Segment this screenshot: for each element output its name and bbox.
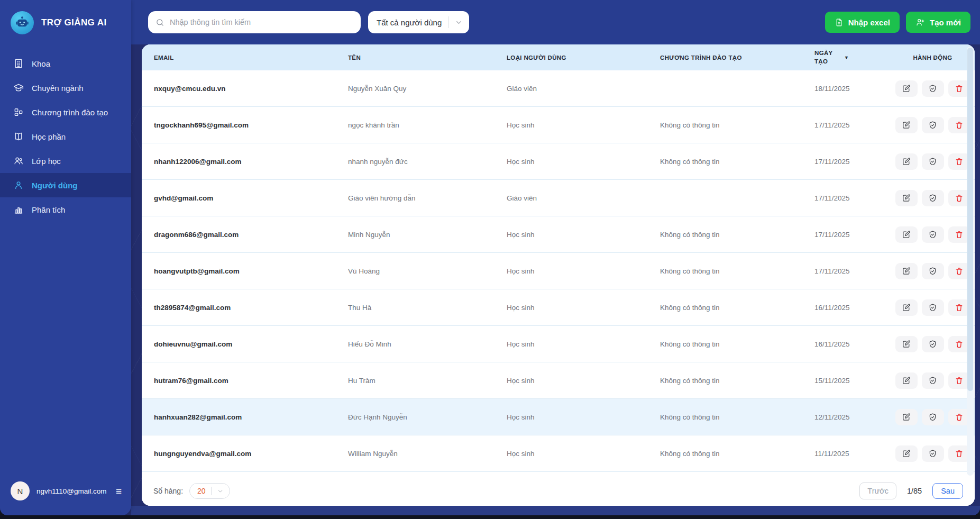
edit-icon: [902, 303, 911, 312]
sidebar-item-nguoi-dung[interactable]: Người dùng: [0, 173, 131, 197]
column-header-email[interactable]: EMAIL: [154, 54, 348, 61]
table-body: nxquy@cmcu.edu.vn Nguyễn Xuân Quy Giáo v…: [142, 70, 975, 476]
cell-email: th2895874@gmail.com: [154, 304, 348, 312]
edit-button[interactable]: [895, 263, 918, 279]
create-new-label: Tạo mới: [930, 18, 961, 27]
table-row[interactable]: hungnguyendva@gmail.com William Nguyễn H…: [142, 435, 975, 472]
cell-email: tngockhanh695@gmail.com: [154, 121, 348, 129]
cell-created: 12/11/2025: [814, 413, 894, 421]
cell-created: 11/11/2025: [814, 450, 894, 458]
cell-created: 16/11/2025: [814, 340, 894, 348]
pager: Trước 1/85 Sau: [859, 482, 963, 499]
scrollbar-thumb[interactable]: [967, 48, 973, 391]
edit-icon: [902, 194, 911, 203]
create-new-button[interactable]: Tạo mới: [906, 12, 970, 33]
table-row[interactable]: dohieuvnu@gmail.com Hiếu Đỗ Minh Học sin…: [142, 326, 975, 362]
permissions-button[interactable]: [922, 80, 944, 97]
next-page-button[interactable]: Sau: [932, 483, 963, 499]
edit-button[interactable]: [895, 153, 918, 170]
cell-name: Minh Nguyễn: [348, 231, 507, 239]
shield-check-icon: [928, 121, 937, 130]
permissions-button[interactable]: [922, 117, 944, 133]
page-size-select[interactable]: 20: [189, 483, 230, 499]
permissions-button[interactable]: [922, 190, 944, 206]
edit-button[interactable]: [895, 409, 918, 425]
page-size-value: 20: [197, 487, 206, 495]
table-row[interactable]: hoangvutptb@gmail.com Vũ Hoàng Học sinh …: [142, 253, 975, 289]
permissions-button[interactable]: [922, 409, 944, 425]
edit-button[interactable]: [895, 80, 918, 97]
table-scrollbar[interactable]: [967, 47, 974, 476]
users-icon: [13, 156, 24, 166]
permissions-button[interactable]: [922, 226, 944, 243]
sidebar-item-label: Chương trình đào tạo: [32, 108, 108, 117]
search-input[interactable]: [170, 18, 353, 26]
sidebar-item-lop-hoc[interactable]: Lớp học: [0, 149, 131, 173]
cell-name: Thu Hà: [348, 304, 507, 312]
edit-button[interactable]: [895, 117, 918, 133]
table-row[interactable]: dragonm686@gmail.com Minh Nguyễn Học sin…: [142, 216, 975, 253]
edit-button[interactable]: [895, 445, 918, 462]
permissions-button[interactable]: [922, 445, 944, 462]
cell-created: 17/11/2025: [814, 121, 894, 129]
cell-email: hanhxuan282@gmail.com: [154, 413, 348, 421]
cell-name: William Nguyễn: [348, 450, 507, 458]
program-grid-icon: [13, 107, 24, 117]
cell-name: Hu Tràm: [348, 377, 507, 385]
search-icon: [155, 18, 164, 27]
table-row[interactable]: hutram76@gmail.com Hu Tràm Học sinh Khôn…: [142, 362, 975, 399]
edit-icon: [902, 84, 911, 93]
sidebar-item-chuong-trinh-dao-tao[interactable]: Chương trình đào tạo: [0, 100, 131, 124]
permissions-button[interactable]: [922, 372, 944, 389]
toolbar-actions: Nhập excel Tạo mới: [825, 12, 970, 33]
edit-button[interactable]: [895, 226, 918, 243]
import-excel-button[interactable]: Nhập excel: [825, 12, 900, 33]
sidebar-item-phan-tich[interactable]: Phân tích: [0, 197, 131, 222]
users-table-panel: EMAIL TÊN LOẠI NGƯỜI DÙNG CHƯƠNG TRÌNH Đ…: [142, 44, 975, 506]
permissions-button[interactable]: [922, 153, 944, 170]
table-row[interactable]: th2895874@gmail.com Thu Hà Học sinh Khôn…: [142, 289, 975, 326]
table-row[interactable]: nxquy@cmcu.edu.vn Nguyễn Xuân Quy Giáo v…: [142, 70, 975, 107]
column-header-user-type[interactable]: LOẠI NGƯỜI DÙNG: [507, 54, 660, 61]
column-header-created[interactable]: NGÀY TẠO ▼: [814, 49, 894, 66]
user-type-filter[interactable]: Tất cả người dùng: [368, 11, 469, 33]
cell-program: Không có thông tin: [660, 377, 814, 385]
search-box[interactable]: [148, 11, 361, 33]
edit-button[interactable]: [895, 190, 918, 206]
cell-created: 17/11/2025: [814, 231, 894, 239]
trash-icon: [955, 340, 964, 349]
sidebar-item-khoa[interactable]: Khoa: [0, 51, 131, 76]
column-header-name[interactable]: TÊN: [348, 54, 507, 61]
prev-page-button[interactable]: Trước: [859, 482, 896, 499]
edit-button[interactable]: [895, 299, 918, 316]
edit-button[interactable]: [895, 372, 918, 389]
hamburger-menu-icon[interactable]: ≡: [116, 486, 122, 496]
cell-user-type: Học sinh: [507, 158, 660, 166]
rows-per-page-label: Số hàng:: [153, 487, 183, 495]
bottom-band: [131, 506, 980, 515]
table-row[interactable]: hanhxuan282@gmail.com Đức Hạnh Nguyễn Họ…: [142, 399, 975, 435]
edit-button[interactable]: [895, 336, 918, 352]
table-row[interactable]: nhanh122006@gmail.com nhanh nguyễn đức H…: [142, 143, 975, 180]
cell-user-type: Học sinh: [507, 377, 660, 385]
user-icon: [13, 180, 24, 190]
row-actions: [894, 372, 972, 389]
permissions-button[interactable]: [922, 336, 944, 352]
cell-created: 17/11/2025: [814, 158, 894, 166]
cell-program: Không có thông tin: [660, 304, 814, 312]
table-row[interactable]: tngockhanh695@gmail.com ngọc khánh trần …: [142, 107, 975, 143]
sidebar-nav: Khoa Chuyên ngành Chương trình đào tạo H…: [0, 51, 131, 222]
sort-desc-icon[interactable]: ▼: [844, 55, 849, 60]
sidebar-item-hoc-phan[interactable]: Học phần: [0, 124, 131, 149]
edit-icon: [902, 413, 911, 422]
column-header-program[interactable]: CHƯƠNG TRÌNH ĐÀO TẠO: [660, 54, 814, 61]
table-row[interactable]: gvhd@gmail.com Giáo viên hướng dẫn Giáo …: [142, 180, 975, 216]
sidebar-item-chuyen-nganh[interactable]: Chuyên ngành: [0, 76, 131, 100]
app-window: TRỢ GIẢNG AI Khoa Chuyên ngành Chương tr…: [0, 0, 980, 515]
sidebar-item-label: Lớp học: [32, 157, 61, 166]
permissions-button[interactable]: [922, 263, 944, 279]
permissions-button[interactable]: [922, 299, 944, 316]
trash-icon: [955, 84, 964, 93]
trash-icon: [955, 194, 964, 203]
shield-check-icon: [928, 230, 937, 239]
